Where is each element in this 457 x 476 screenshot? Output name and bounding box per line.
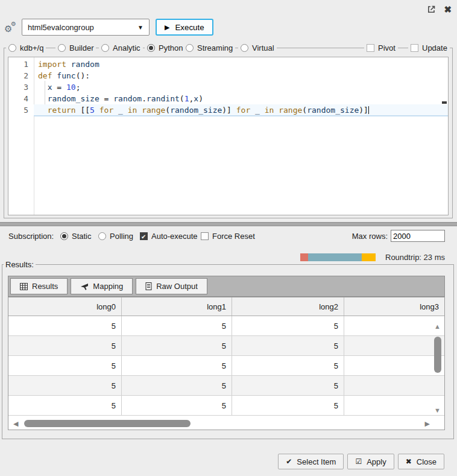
code-token: = (104, 94, 114, 103)
code-token: ( (180, 94, 184, 103)
roundtrip-label: Roundtrip: 23 ms (385, 253, 445, 262)
force-reset-checkbox[interactable] (201, 232, 209, 240)
code-token: in (265, 106, 279, 115)
tab-results[interactable]: Results (10, 278, 68, 294)
pivot-option[interactable]: Pivot (364, 43, 398, 53)
code-text: return [[5 for _ in range(random_size)] … (38, 106, 369, 115)
update-checkbox[interactable] (411, 44, 418, 52)
code-token: random (71, 60, 99, 69)
line-number: 1 (8, 59, 34, 70)
vertical-scrollbar-thumb[interactable] (434, 337, 441, 373)
code-line: 1 import random (8, 59, 448, 70)
code-line: 3 x = 10; (8, 81, 448, 93)
table-row[interactable]: 5 5 5 (8, 356, 444, 376)
column-header-long3[interactable]: long3 (344, 297, 444, 316)
scroll-right-icon[interactable]: ▶ (425, 420, 430, 427)
apply-button[interactable]: ☑ Apply (347, 454, 394, 469)
code-token: _ (255, 106, 265, 115)
results-legend: Results: (4, 260, 36, 269)
force-reset-option[interactable]: Force Reset (201, 231, 255, 241)
pivot-label: Pivot (378, 43, 396, 52)
tab-raw-output-label: Raw Output (156, 282, 198, 291)
tab-results-label: Results (32, 282, 58, 291)
code-token: random_size (38, 94, 104, 103)
query-type-streaming[interactable]: Streaming (183, 43, 235, 53)
results-table: long0 long1 long2 long3 5 5 5 5 5 5 5 5 … (8, 297, 445, 430)
execute-button[interactable]: ▶ Execute (156, 19, 213, 36)
table-cell: 5 (8, 396, 122, 415)
query-type-analytic[interactable]: Analytic (99, 43, 143, 53)
auto-execute-checkbox[interactable] (140, 232, 148, 240)
text-cursor (368, 106, 369, 114)
code-token: [[ (80, 106, 90, 115)
code-token: _ (118, 106, 128, 115)
table-row[interactable]: 5 5 5 (8, 316, 444, 336)
subscription-static[interactable]: Static (60, 231, 92, 241)
radio-static[interactable] (60, 232, 68, 240)
radio-kdbq[interactable] (8, 44, 16, 52)
code-token: ( (302, 106, 307, 115)
column-header-long2[interactable]: long2 (232, 297, 344, 316)
expand-icon[interactable] (427, 5, 436, 14)
table-cell: 5 (8, 336, 122, 355)
tab-raw-output[interactable]: Raw Output (136, 278, 207, 294)
footer-buttons: ✔ Select Item ☑ Apply ✖ Close (278, 454, 444, 469)
close-button[interactable]: ✖ Close (398, 454, 444, 469)
select-item-button-label: Select Item (297, 457, 336, 466)
table-row[interactable]: 5 5 5 (8, 336, 444, 356)
close-icon[interactable]: ✖ (444, 5, 452, 14)
query-type-builder[interactable]: Builder (55, 43, 96, 53)
max-rows-input[interactable] (391, 230, 445, 242)
radio-polling[interactable] (98, 232, 106, 240)
scroll-left-icon[interactable]: ◀ (13, 420, 18, 427)
code-line: 2 def func(): (8, 70, 448, 81)
radio-virtual[interactable] (241, 44, 248, 52)
auto-execute-option[interactable]: Auto-execute (140, 231, 198, 241)
subscription-label: Subscription: (8, 232, 54, 241)
settings-gears-icon[interactable]: ⚙ ⚙ (4, 22, 20, 36)
subscription-polling[interactable]: Polling (98, 231, 133, 241)
vertical-scrollbar[interactable]: ▲ ▼ (433, 323, 443, 414)
radio-builder[interactable] (58, 44, 66, 52)
connection-select[interactable]: html5evalcongroup ▼ (22, 19, 150, 36)
table-cell: 5 (232, 356, 344, 375)
column-header-long0[interactable]: long0 (8, 297, 122, 316)
table-cell: 5 (8, 376, 122, 395)
horizontal-scrollbar[interactable]: ◀ ▶ (10, 419, 431, 428)
radio-streaming-label: Streaming (197, 43, 233, 52)
radio-streaming[interactable] (186, 44, 194, 52)
table-header-row: long0 long1 long2 long3 (8, 297, 444, 316)
radio-python[interactable] (147, 44, 155, 52)
table-cell: 5 (122, 336, 232, 355)
code-token: )] (359, 106, 368, 115)
code-token: 10 (66, 83, 76, 92)
horizontal-scrollbar-thumb[interactable] (24, 420, 191, 427)
scroll-up-icon[interactable]: ▲ (434, 323, 441, 330)
query-editor-dialog: { "colors": { "accent_execute_border": "… (0, 0, 457, 476)
roundtrip-progress-bar (300, 253, 376, 261)
update-option[interactable]: Update (408, 43, 450, 53)
query-type-python[interactable]: Python (145, 43, 185, 53)
scroll-down-icon[interactable]: ▼ (434, 407, 441, 414)
code-editor[interactable]: 1 import random 2 def func(): 3 x = 10; … (8, 57, 449, 215)
table-cell: 5 (232, 336, 344, 355)
radio-analytic[interactable] (101, 44, 109, 52)
code-token: (): (76, 71, 90, 80)
execute-button-label: Execute (175, 23, 204, 32)
window-controls: ✖ (427, 5, 452, 14)
query-type-virtual[interactable]: Virtual (238, 43, 277, 53)
column-header-long1[interactable]: long1 (122, 297, 232, 316)
table-row[interactable]: 5 5 5 (8, 396, 444, 416)
tab-mapping-label: Mapping (93, 282, 123, 291)
code-token: for (99, 106, 118, 115)
table-row[interactable]: 5 5 5 (8, 376, 444, 396)
code-line-active: 5 return [[5 for _ in range(random_size)… (8, 104, 448, 116)
splitter-handle[interactable] (0, 222, 457, 226)
radio-virtual-label: Virtual (252, 43, 274, 52)
table-cell (344, 356, 444, 375)
select-item-button[interactable]: ✔ Select Item (278, 454, 344, 469)
tab-mapping[interactable]: Mapping (71, 278, 133, 294)
query-type-kdbq[interactable]: kdb+/q (6, 43, 46, 53)
pivot-checkbox[interactable] (367, 44, 374, 52)
document-icon (145, 282, 152, 290)
